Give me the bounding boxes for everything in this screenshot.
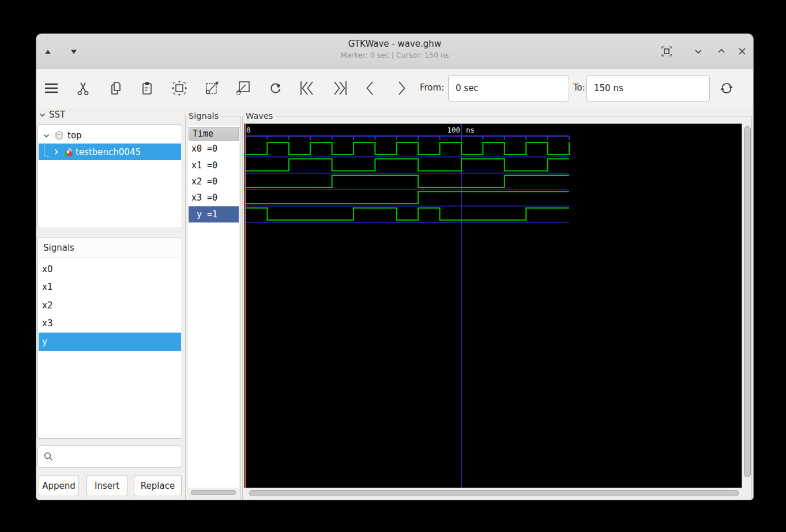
expander-down-icon [39, 111, 46, 119]
signals-frame-label: Signals [187, 110, 220, 122]
waves-hscrollbar[interactable] [249, 490, 739, 496]
titlebar-down-button[interactable] [67, 47, 80, 57]
hamburger-menu-icon [43, 80, 60, 97]
back-button[interactable] [360, 78, 381, 99]
from-label: From: [420, 82, 444, 93]
chevron-up-icon [715, 45, 728, 58]
database-icon [54, 130, 65, 141]
sst-expander[interactable]: SST [39, 110, 65, 120]
search-icon [43, 451, 54, 462]
signal-search-input[interactable] [37, 446, 182, 467]
list-item-x3[interactable]: x3 [39, 315, 181, 333]
to-field[interactable] [586, 75, 710, 101]
toolbar: From: To: [36, 69, 753, 108]
copy-icon [108, 80, 124, 96]
reload-icon [718, 80, 735, 97]
sst-tree: top testbench0045 [37, 124, 182, 228]
menu-button[interactable] [41, 78, 62, 99]
zoom-fit-icon [171, 80, 188, 97]
waves-frame: Waves 0100ns [242, 116, 752, 500]
list-item-x0[interactable]: x0 [39, 260, 181, 278]
forward-button[interactable] [391, 78, 412, 99]
hierarchy-icon [62, 146, 74, 158]
tree-item-testbench[interactable]: testbench0045 [39, 144, 181, 160]
signal-row-y[interactable]: y =1 [189, 206, 239, 222]
from-field[interactable] [448, 75, 569, 101]
window-title: GTKWave - wave.ghw [152, 37, 638, 50]
close-icon [736, 45, 749, 58]
window-close-button[interactable] [734, 43, 750, 59]
to-label: To: [573, 82, 585, 93]
zoom-out-button[interactable] [201, 78, 222, 99]
window-status: Marker: 0 sec | Cursor: 150 ns [152, 50, 638, 61]
append-button[interactable]: Append [39, 475, 79, 496]
window-shade-button[interactable] [690, 43, 706, 59]
insert-button[interactable]: Insert [87, 475, 127, 496]
titlebar[interactable]: GTKWave - wave.ghw Marker: 0 sec | Curso… [36, 34, 753, 69]
waves-svg: 0100ns [245, 124, 742, 488]
signal-row-x3[interactable]: x3 =0 [189, 190, 239, 206]
signal-row-x2[interactable]: x2 =0 [189, 173, 239, 190]
list-item-y[interactable]: y [39, 333, 181, 351]
triangle-up-icon [44, 49, 51, 55]
titlebar-up-button[interactable] [42, 47, 54, 57]
window-unshade-button[interactable] [713, 43, 729, 59]
svg-text:100: 100 [447, 126, 460, 134]
waves-frame-label: Waves [244, 110, 274, 122]
zoom-in-button[interactable] [233, 78, 254, 99]
chevron-right-icon [393, 80, 410, 97]
tree-item-label: testbench0045 [76, 147, 141, 157]
signals-hscrollbar[interactable] [191, 490, 236, 495]
time-header[interactable]: Time [189, 127, 239, 141]
wave-canvas[interactable]: 0100ns [244, 123, 742, 488]
copy-button[interactable] [106, 78, 126, 99]
chevron-left-icon [362, 80, 379, 97]
scissors-icon [75, 80, 91, 96]
waves-vscrollbar[interactable] [744, 126, 751, 477]
signals-frame: Signals Time x0 =0 x1 =0 x2 =0 x3 =0 y =… [185, 116, 241, 500]
reload-button[interactable] [716, 78, 737, 99]
sst-label: SST [49, 110, 65, 120]
undo-arrow-icon [267, 80, 284, 97]
svg-text:ns: ns [466, 126, 475, 134]
list-item-x2[interactable]: x2 [39, 296, 181, 315]
signals-list-header[interactable]: Signals [39, 238, 181, 258]
zoom-fit-button[interactable] [169, 78, 190, 99]
signal-row-x0[interactable]: x0 =0 [189, 141, 239, 157]
triangle-down-icon [70, 49, 77, 55]
sst-signals-list: Signals x0 x1 x2 x3 y [37, 237, 182, 439]
fullscreen-icon [660, 44, 674, 58]
zoom-out-arrow-icon [203, 80, 220, 97]
tree-branch-line [43, 145, 51, 160]
zoom-in-arrow-icon [235, 80, 252, 97]
tree-item-top[interactable]: top [39, 127, 181, 144]
paste-button[interactable] [137, 78, 157, 99]
skip-to-end-icon [330, 79, 349, 97]
list-item-x1[interactable]: x1 [39, 278, 181, 297]
expander-right-icon[interactable] [52, 148, 60, 156]
tree-item-label: top [67, 130, 82, 141]
signal-row-x1[interactable]: x1 =0 [189, 157, 239, 173]
clipboard-paste-icon [139, 80, 155, 96]
replace-button[interactable]: Replace [134, 475, 182, 496]
expander-down-icon [43, 132, 50, 139]
to-start-button[interactable] [297, 78, 318, 99]
chevron-down-icon [692, 45, 705, 58]
to-end-button[interactable] [329, 78, 350, 99]
gtkwave-window: GTKWave - wave.ghw Marker: 0 sec | Curso… [36, 33, 754, 500]
svg-text:0: 0 [246, 126, 251, 134]
cut-button[interactable] [73, 78, 93, 99]
skip-to-start-icon [298, 79, 317, 97]
window-fullscreen-button[interactable] [659, 43, 675, 59]
undo-button[interactable] [265, 78, 286, 99]
